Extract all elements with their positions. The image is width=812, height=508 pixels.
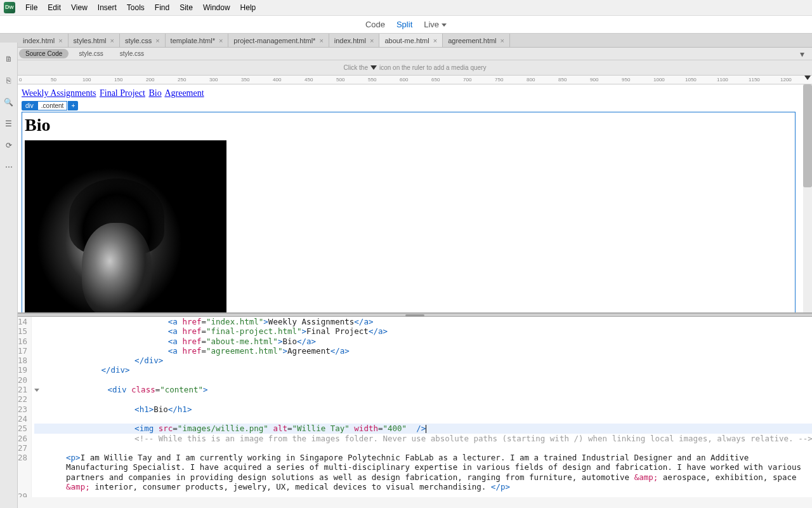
filter-icon[interactable]: ▾ <box>800 49 804 59</box>
design-view[interactable]: Weekly Assignments Final Project Bio Agr… <box>18 84 812 313</box>
ruler-tick: 650 <box>431 77 440 83</box>
code-line[interactable] <box>34 443 812 453</box>
close-icon[interactable]: × <box>155 37 159 44</box>
view-split[interactable]: Split <box>396 20 412 29</box>
ruler-tick: 500 <box>336 77 344 83</box>
code-line[interactable]: </div> <box>34 365 812 375</box>
nav-link[interactable]: Weekly Assignments <box>22 88 96 98</box>
menu-insert[interactable]: Insert <box>93 1 122 15</box>
file-tab-label: style.css <box>125 37 152 44</box>
file-tabs: index.html×styles.html×style.css×templat… <box>0 34 812 48</box>
close-icon[interactable]: × <box>370 37 374 44</box>
nav-link[interactable]: Bio <box>148 88 161 98</box>
ruler-tick: 150 <box>114 77 122 83</box>
close-icon[interactable]: × <box>433 37 437 44</box>
code-line[interactable] <box>34 491 812 497</box>
file-tab[interactable]: project-management.html*× <box>228 34 329 47</box>
ruler[interactable]: 0501001502002503003504004505005506006507… <box>18 76 812 84</box>
code-line[interactable] <box>34 414 812 424</box>
close-icon[interactable]: × <box>58 37 62 44</box>
menu-help[interactable]: Help <box>235 1 261 15</box>
view-code[interactable]: Code <box>365 20 385 29</box>
close-icon[interactable]: × <box>319 37 323 44</box>
menu-view[interactable]: View <box>66 1 93 15</box>
file-tab[interactable]: style.css× <box>120 34 166 47</box>
ruler-tick: 1050 <box>685 77 697 83</box>
ruler-tick: 1100 <box>717 77 728 83</box>
file-tab-label: project-management.html* <box>233 37 315 44</box>
menu-site[interactable]: Site <box>174 1 198 15</box>
code-line[interactable]: <h1>Bio</h1> <box>34 404 812 414</box>
nav-link[interactable]: Final Project <box>100 88 145 98</box>
media-query-hint: Click theicon on the ruler to add a medi… <box>18 60 812 76</box>
menu-bar: FileEditViewInsertToolsFindSiteWindowHel… <box>0 0 812 16</box>
code-line[interactable]: <a href="agreement.html">Agreement</a> <box>34 346 812 356</box>
file-tab-label: index.html <box>23 37 55 44</box>
code-view[interactable]: 14151617181920212223242526272829 <a href… <box>18 317 812 497</box>
file-tab[interactable]: template.html*× <box>166 34 229 47</box>
file-tab-label: template.html* <box>171 37 215 44</box>
close-icon[interactable]: × <box>219 37 223 44</box>
line-gutter: 14151617181920212223242526272829 <box>18 317 32 497</box>
code-editor[interactable]: <a href="index.html">Weekly Assignments<… <box>32 317 812 497</box>
code-line[interactable]: <a href="about-me.html">Bio</a> <box>34 337 812 346</box>
file-tab[interactable]: index.html× <box>18 34 69 47</box>
code-line[interactable]: <img src="images/willie.png" alt="Willie… <box>34 424 812 433</box>
code-line[interactable] <box>34 394 812 404</box>
element-selector[interactable]: div .content + <box>22 101 78 110</box>
close-icon[interactable]: × <box>501 37 504 44</box>
code-line[interactable]: <div class="content"> <box>34 385 812 394</box>
selector-add[interactable]: + <box>67 101 78 110</box>
related-stylesheet-tab[interactable]: style.css <box>72 49 109 58</box>
view-live[interactable]: Live <box>424 20 447 29</box>
manage-icon[interactable]: ⎘ <box>4 76 14 86</box>
ruler-tick: 700 <box>463 77 471 83</box>
file-tab-label: index.html <box>334 37 366 44</box>
related-stylesheet-tab[interactable]: style.css <box>114 49 150 58</box>
file-icon[interactable]: 🗎 <box>4 54 14 64</box>
related-files-bar: Source Code style.css style.css ▾ <box>0 48 812 60</box>
selector-class[interactable]: .content <box>37 101 68 110</box>
selector-tag[interactable]: div <box>22 101 37 110</box>
ruler-tick: 0 <box>19 77 22 83</box>
ruler-tick: 300 <box>209 77 218 83</box>
menu-find[interactable]: Find <box>150 1 174 15</box>
nav-link[interactable]: Agreement <box>164 88 204 98</box>
code-line[interactable]: <a href="final-project.html">Final Proje… <box>34 326 812 336</box>
code-line[interactable]: <a href="index.html">Weekly Assignments<… <box>34 317 812 326</box>
code-line[interactable]: <!-- While this is an image from the ima… <box>34 434 812 443</box>
code-line[interactable] <box>34 375 812 385</box>
more-icon[interactable]: ⋯ <box>4 162 14 172</box>
file-tab[interactable]: agreement.html× <box>443 34 510 47</box>
close-icon[interactable]: × <box>110 37 114 44</box>
refresh-icon[interactable]: ⟳ <box>4 140 14 150</box>
content-outline[interactable]: Bio <box>22 112 796 313</box>
file-tab-label: agreement.html <box>448 37 496 44</box>
ruler-tick: 1200 <box>780 77 792 83</box>
menu-tools[interactable]: Tools <box>122 1 150 15</box>
ruler-tick: 600 <box>400 77 408 83</box>
source-code-tab[interactable]: Source Code <box>19 49 69 58</box>
file-tab[interactable]: styles.html× <box>69 34 120 47</box>
chevron-down-icon[interactable] <box>442 23 447 27</box>
file-tab[interactable]: about-me.html× <box>379 34 443 47</box>
code-line[interactable]: <p>I am Willie Tay and I am currently wo… <box>34 453 812 491</box>
side-toolbar: 🗎 ⎘ 🔍 ☰ ⟳ ⋯ <box>0 43 18 508</box>
code-line[interactable]: </div> <box>34 356 812 365</box>
file-tab[interactable]: index.html× <box>329 34 380 47</box>
page-heading: Bio <box>25 115 792 135</box>
view-mode-bar: Code Split Live <box>0 16 812 34</box>
menu-window[interactable]: Window <box>198 1 235 15</box>
ruler-tick: 350 <box>241 77 249 83</box>
menu-edit[interactable]: Edit <box>43 1 66 15</box>
page-nav: Weekly Assignments Final Project Bio Agr… <box>22 88 808 98</box>
scrollbar[interactable] <box>803 84 812 312</box>
ruler-triangle-icon[interactable] <box>804 76 811 80</box>
file-tab-label: styles.html <box>74 37 107 44</box>
search-icon[interactable]: 🔍 <box>4 97 14 107</box>
ruler-tick: 850 <box>558 77 566 83</box>
layers-icon[interactable]: ☰ <box>4 119 14 129</box>
menu-file[interactable]: File <box>20 1 43 15</box>
bio-image[interactable] <box>25 140 226 313</box>
dreamweaver-logo-icon <box>4 2 15 13</box>
